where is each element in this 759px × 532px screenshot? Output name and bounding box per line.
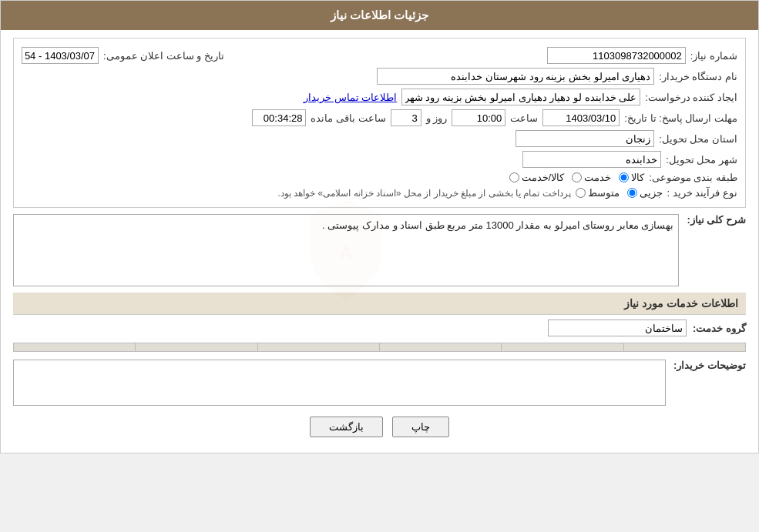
need-number-label: شماره نیاز: bbox=[690, 50, 737, 62]
remaining-time-input bbox=[252, 109, 306, 126]
back-button[interactable]: بازگشت bbox=[310, 417, 383, 437]
category-kala-label: کالا bbox=[631, 172, 644, 183]
category-option-kala[interactable]: کالا bbox=[619, 172, 644, 183]
buyer-org-input bbox=[377, 68, 654, 85]
requester-label: ایجاد کننده درخواست: bbox=[645, 92, 737, 103]
col-code bbox=[502, 343, 623, 352]
col-unit bbox=[257, 343, 379, 352]
reply-deadline-label: مهلت ارسال پاسخ: تا تاریخ: bbox=[624, 112, 737, 124]
category-option-khadamat[interactable]: خدمت bbox=[572, 172, 611, 183]
services-table bbox=[13, 343, 746, 352]
buyer-desc-textarea[interactable] bbox=[13, 360, 666, 406]
purchase-type-label: نوع فرآیند خرید : bbox=[667, 187, 737, 199]
page-title: جزئیات اطلاعات نیاز bbox=[331, 8, 428, 22]
requester-input bbox=[401, 89, 640, 105]
category-radio-kala[interactable] bbox=[619, 172, 629, 182]
announce-date-label: تاریخ و ساعت اعلان عمومی: bbox=[103, 50, 224, 62]
purchase-option-jozi[interactable]: جزیی bbox=[627, 187, 663, 199]
description-label: شرح کلی نیاز: bbox=[687, 214, 746, 226]
reply-days-label: روز و bbox=[426, 112, 448, 124]
reply-days-input bbox=[391, 109, 421, 126]
category-option-kala-khadamat[interactable]: کالا/خدمت bbox=[509, 172, 565, 183]
print-button[interactable]: چاپ bbox=[392, 417, 449, 437]
reply-time-input bbox=[452, 109, 505, 126]
watermark-shield: A bbox=[300, 196, 392, 304]
category-kala-khadamat-label: کالا/خدمت bbox=[522, 172, 565, 183]
purchase-radio-jozi[interactable] bbox=[627, 188, 637, 198]
services-table-section bbox=[13, 343, 746, 352]
category-label: طبقه بندی موضوعی: bbox=[649, 172, 737, 183]
reply-date-input bbox=[542, 109, 620, 126]
category-radio-khadamat[interactable] bbox=[572, 172, 582, 182]
col-row bbox=[623, 343, 745, 352]
col-name bbox=[380, 343, 502, 352]
purchase-type-radio-group: متوسط جزیی bbox=[576, 187, 663, 199]
city-label: شهر محل تحویل: bbox=[666, 154, 737, 166]
col-qty bbox=[136, 343, 257, 352]
province-input bbox=[516, 130, 654, 147]
buyer-desc-label: توضیحات خریدار: bbox=[673, 360, 746, 371]
purchase-jozi-label: جزیی bbox=[640, 187, 663, 199]
reply-time-label: ساعت bbox=[510, 112, 538, 124]
province-label: استان محل تحویل: bbox=[659, 133, 737, 145]
purchase-motavaset-label: متوسط bbox=[588, 187, 620, 199]
announce-date-input bbox=[22, 47, 99, 64]
remaining-label: ساعت باقی مانده bbox=[311, 112, 385, 124]
button-row: چاپ بازگشت bbox=[13, 417, 746, 437]
page-header: جزئیات اطلاعات نیاز bbox=[1, 1, 758, 30]
purchase-radio-motavaset[interactable] bbox=[576, 188, 586, 198]
contact-link[interactable]: اطلاعات تماس خریدار bbox=[304, 92, 397, 103]
category-khadamat-label: خدمت bbox=[584, 172, 611, 183]
svg-text:A: A bbox=[340, 243, 352, 263]
service-group-input bbox=[548, 320, 687, 336]
col-date bbox=[14, 343, 136, 352]
city-input bbox=[522, 151, 661, 168]
category-radio-group: کالا/خدمت خدمت کالا bbox=[509, 172, 645, 183]
purchase-option-motavaset[interactable]: متوسط bbox=[576, 187, 620, 199]
need-number-input bbox=[547, 47, 686, 64]
category-radio-kala-khadamat[interactable] bbox=[509, 172, 519, 182]
service-group-label: گروه خدمت: bbox=[693, 323, 746, 334]
buyer-org-label: نام دستگاه خریدار: bbox=[659, 71, 737, 82]
